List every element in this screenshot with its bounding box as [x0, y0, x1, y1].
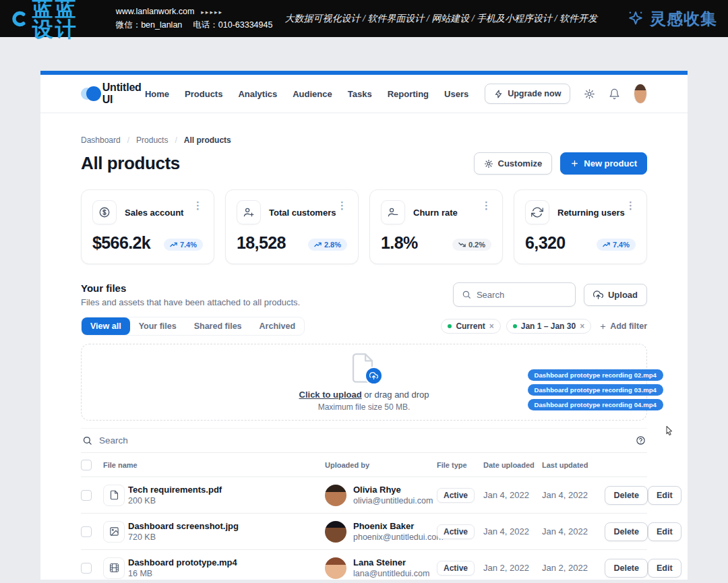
- files-title: Your files: [81, 282, 300, 294]
- select-all-checkbox[interactable]: [81, 460, 92, 470]
- breadcrumb-dashboard[interactable]: Dashboard: [81, 135, 121, 145]
- date-updated: Jan 4, 2022: [542, 490, 601, 500]
- kebab-menu-icon[interactable]: ⋮: [626, 200, 636, 210]
- col-file-type: File type: [437, 461, 483, 469]
- kebab-menu-icon[interactable]: ⋮: [193, 200, 203, 210]
- tab-archived[interactable]: Archived: [251, 317, 305, 335]
- files-search-field[interactable]: [477, 290, 567, 300]
- breadcrumb: Dashboard / Products / All products: [81, 135, 647, 145]
- delete-button[interactable]: Delete: [605, 522, 648, 541]
- status-badge: Active: [437, 561, 475, 576]
- file-size: 200 KB: [128, 496, 325, 505]
- nav-item-users[interactable]: Users: [444, 89, 468, 99]
- stat-label: Total customers: [269, 208, 336, 218]
- files-search-input[interactable]: [453, 282, 576, 307]
- click-to-upload-link[interactable]: Click to upload: [299, 390, 362, 400]
- banner-wechat: 微信：ben_lanlan: [116, 20, 183, 30]
- file-name[interactable]: Dashboard screenshot.jpg: [128, 521, 325, 531]
- trend-down-icon: [458, 242, 466, 247]
- delete-button[interactable]: Delete: [605, 559, 648, 578]
- filter-chip-current[interactable]: Current ×: [441, 319, 500, 334]
- edit-button[interactable]: Edit: [648, 486, 681, 505]
- row-checkbox[interactable]: [81, 563, 92, 574]
- breadcrumb-products[interactable]: Products: [136, 135, 168, 145]
- nav-item-reporting[interactable]: Reporting: [388, 89, 429, 99]
- file-chip[interactable]: Dashboard prototype recording 02.mp4: [528, 369, 664, 381]
- uploader-email: olivia@untitledui.com: [353, 496, 433, 505]
- stat-change: 7.4%: [613, 241, 630, 249]
- lanlan-logo-text: 蓝蓝设计: [32, 0, 94, 40]
- kebab-menu-icon[interactable]: ⋮: [481, 200, 491, 210]
- file-chip[interactable]: Dashboard prototype recording 04.mp4: [528, 399, 664, 410]
- uploader-name: Phoenix Baker: [353, 521, 444, 531]
- stat-value: $566.2k: [92, 233, 150, 253]
- arrows-decoration: ▸▸▸▸▸: [201, 9, 223, 16]
- stat-card-sales-account: Sales account ⋮ $566.2k 7.4%: [81, 189, 214, 264]
- untitled-ui-brand[interactable]: Untitled UI: [81, 82, 145, 106]
- uploader-name: Lana Steiner: [353, 557, 429, 567]
- file-size: 720 KB: [128, 532, 325, 542]
- col-uploaded-by: Uploaded by: [325, 461, 437, 469]
- breadcrumb-all-products[interactable]: All products: [184, 135, 231, 145]
- file-chip[interactable]: Dashboard prototype recording 03.mp4: [528, 384, 664, 396]
- lanlan-logo-icon: [9, 6, 27, 32]
- row-checkbox[interactable]: [81, 490, 92, 501]
- video-file-icon: [103, 557, 125, 579]
- user-avatar[interactable]: [634, 84, 647, 104]
- breadcrumb-separator: /: [127, 135, 129, 145]
- upgrade-now-button[interactable]: Upgrade now: [485, 84, 570, 104]
- tab-shared-files[interactable]: Shared files: [185, 317, 251, 335]
- collect-brand: 灵感收集: [626, 8, 717, 30]
- nav-item-tasks[interactable]: Tasks: [348, 89, 372, 99]
- date-updated: Jan 4, 2022: [542, 526, 601, 536]
- title-actions: Customize New product: [474, 152, 647, 175]
- gear-icon: [484, 159, 493, 168]
- trend-up-icon: [314, 242, 322, 247]
- nav-item-products[interactable]: Products: [185, 89, 222, 99]
- edit-button[interactable]: Edit: [648, 559, 681, 578]
- upgrade-label: Upgrade now: [508, 89, 561, 98]
- nav-item-audience[interactable]: Audience: [293, 89, 332, 99]
- trend-badge: 7.4%: [164, 239, 203, 251]
- dropzone-hint: Maximum file size 50 MB.: [318, 402, 411, 412]
- table-search-field[interactable]: [99, 435, 629, 446]
- customize-button[interactable]: Customize: [474, 152, 553, 175]
- table-row: Dashboard screenshot.jpg 720 KB Phoenix …: [81, 514, 647, 550]
- add-filter-button[interactable]: Add filter: [599, 321, 647, 331]
- nav-item-analytics[interactable]: Analytics: [238, 89, 277, 99]
- tab-your-files[interactable]: Your files: [130, 317, 185, 335]
- image-file-icon: [103, 521, 125, 543]
- tab-view-all[interactable]: View all: [82, 317, 130, 335]
- col-last-updated: Last updated: [542, 461, 601, 469]
- upload-label: Upload: [608, 290, 638, 300]
- file-name[interactable]: Tech requirements.pdf: [128, 485, 325, 495]
- table-search-bar[interactable]: [81, 428, 647, 453]
- stat-value: 6,320: [525, 233, 566, 253]
- close-icon[interactable]: ×: [580, 321, 584, 331]
- upload-button[interactable]: Upload: [584, 284, 647, 306]
- banner-website: www.lanlanwork.com: [116, 7, 195, 16]
- file-size: 16 MB: [128, 569, 325, 578]
- uploader-name: Olivia Rhye: [353, 485, 433, 495]
- untitled-ui-logo-icon: [81, 86, 96, 101]
- filter-chip-date-range[interactable]: Jan 1 – Jan 30 ×: [506, 319, 591, 334]
- stat-change: 2.8%: [324, 241, 341, 249]
- stat-change: 7.4%: [180, 241, 197, 249]
- file-tabs: View all Your files Shared files Archive…: [81, 317, 305, 336]
- upload-dropzone[interactable]: Click to upload or drag and drop Maximum…: [81, 344, 647, 421]
- help-circle-icon[interactable]: [636, 435, 646, 446]
- stats-cards: Sales account ⋮ $566.2k 7.4% Total cu: [81, 189, 647, 264]
- file-name[interactable]: Dashboard prototype.mp4: [128, 557, 325, 567]
- delete-button[interactable]: Delete: [605, 486, 648, 505]
- new-product-label: New product: [584, 158, 637, 168]
- close-icon[interactable]: ×: [489, 321, 494, 331]
- notifications-bell-icon[interactable]: [609, 88, 620, 100]
- main-nav: Home Products Analytics Audience Tasks R…: [145, 89, 468, 99]
- kebab-menu-icon[interactable]: ⋮: [337, 200, 347, 210]
- row-checkbox[interactable]: [81, 526, 92, 537]
- edit-button[interactable]: Edit: [648, 522, 681, 541]
- settings-gear-icon[interactable]: [584, 88, 595, 100]
- new-product-button[interactable]: New product: [560, 152, 647, 175]
- nav-item-home[interactable]: Home: [145, 89, 169, 99]
- status-badge: Active: [437, 524, 475, 539]
